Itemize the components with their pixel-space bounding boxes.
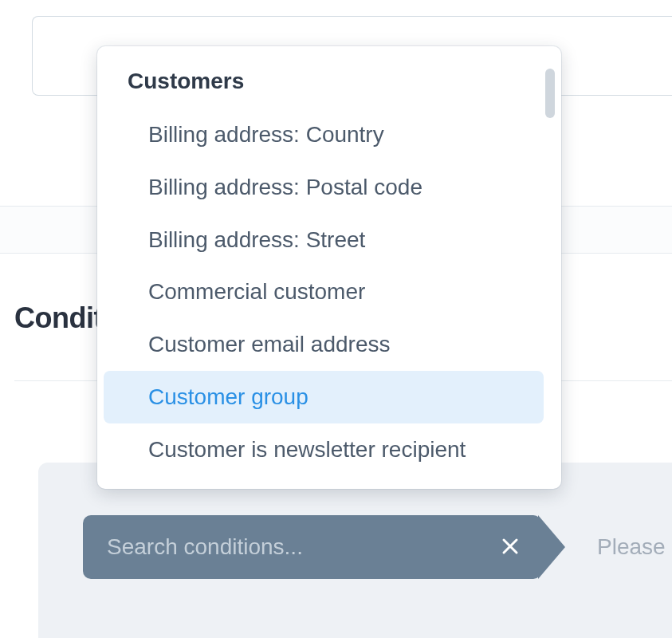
dropdown-group-label: Customers xyxy=(104,61,544,108)
dropdown-item[interactable]: Billing address: Postal code xyxy=(104,161,544,214)
condition-search-chip[interactable] xyxy=(83,515,541,579)
dropdown-item[interactable]: Billing address: Street xyxy=(104,214,544,266)
chip-arrow-icon xyxy=(538,515,565,579)
dropdown-item[interactable]: Billing address: Country xyxy=(104,108,544,161)
conditions-dropdown: Customers Billing address: CountryBillin… xyxy=(97,46,561,489)
dropdown-item[interactable]: Customer email address xyxy=(104,318,544,371)
dropdown-item[interactable]: Customer is newsletter recipient xyxy=(104,423,544,476)
condition-chip-row: Please xyxy=(83,515,672,579)
dropdown-scrollbar[interactable] xyxy=(545,69,555,118)
search-conditions-input[interactable] xyxy=(107,534,470,560)
dropdown-item[interactable]: Commercial customer xyxy=(104,266,544,318)
conditions-panel: Please xyxy=(38,463,672,638)
close-icon[interactable] xyxy=(501,535,519,559)
next-chip-label: Please xyxy=(597,534,666,560)
condition-next-chip[interactable]: Please xyxy=(565,515,666,579)
dropdown-item[interactable]: Customer group xyxy=(104,371,544,423)
